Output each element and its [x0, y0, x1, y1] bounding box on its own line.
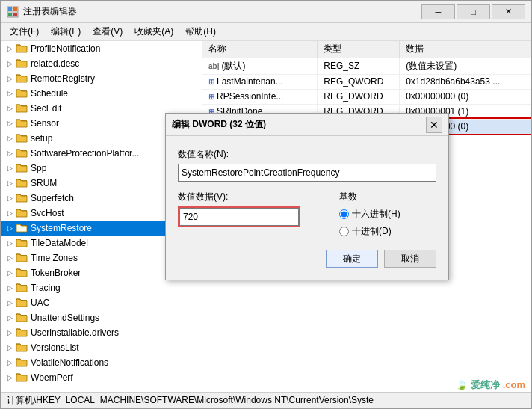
close-button[interactable]: ✕	[492, 4, 525, 19]
tree-item[interactable]: ▷RemoteRegistry	[1, 71, 202, 86]
folder-icon	[16, 147, 28, 160]
tree-item[interactable]: ▷related.desc	[1, 56, 202, 71]
dialog-title-text: 编辑 DWORD (32 位值)	[172, 118, 266, 131]
tree-item[interactable]: ▷UAC	[1, 295, 202, 310]
radio-hex[interactable]	[339, 209, 349, 219]
cancel-button[interactable]: 取消	[384, 250, 436, 268]
expand-icon: ▷	[4, 282, 16, 294]
tree-item[interactable]: ▷UnattendSettings	[1, 310, 202, 325]
tree-item-label: Spp	[31, 163, 46, 173]
folder-icon	[16, 327, 28, 339]
tree-item[interactable]: ▷Schedule	[1, 86, 202, 101]
table-row[interactable]: ab|(默认)REG_SZ(数值未设置)	[202, 58, 531, 74]
ok-button[interactable]: 确定	[326, 250, 378, 268]
expand-icon: ▷	[4, 177, 16, 189]
tree-item-label: Sensor	[31, 118, 59, 129]
minimize-button[interactable]: ─	[421, 4, 455, 19]
folder-icon	[16, 102, 28, 115]
tree-item[interactable]: ▷WbemPerf	[1, 370, 202, 385]
radio-dec[interactable]	[339, 227, 349, 236]
tree-item-label: Userinstallable.drivers	[31, 327, 119, 338]
menu-edit[interactable]: 编辑(E)	[45, 24, 87, 40]
folder-icon	[16, 297, 28, 310]
tree-item-label: ProfileNotification	[31, 43, 100, 54]
menu-file[interactable]: 文件(F)	[4, 24, 45, 40]
cell-data: 0x1d28db6a6b43a53 ...	[400, 74, 531, 89]
menu-help[interactable]: 帮助(H)	[179, 24, 222, 40]
dialog-close-button[interactable]: ✕	[426, 117, 442, 133]
tree-item-label: TokenBroker	[31, 268, 81, 278]
watermark: 🍃 爱纯净 .com	[456, 378, 525, 392]
tree-item[interactable]: ▷VersionsList	[1, 340, 202, 355]
menu-bar: 文件(F) 编辑(E) 查看(V) 收藏夹(A) 帮助(H)	[1, 23, 531, 41]
expand-icon: ▷	[4, 147, 16, 159]
value-input-highlight	[178, 206, 300, 227]
watermark-icon: 🍃	[456, 379, 468, 390]
folder-icon	[16, 132, 28, 145]
dialog-buttons: 确定 取消	[178, 250, 436, 268]
title-buttons: ─ □ ✕	[421, 4, 525, 19]
tree-item[interactable]: ▷Tracing	[1, 280, 202, 295]
table-header-row: 名称 类型 数据	[202, 41, 531, 58]
table-row[interactable]: ⊞LastMaintenan...REG_QWORD0x1d28db6a6b43…	[202, 74, 531, 89]
expand-icon: ▷	[4, 192, 16, 204]
expand-icon: ▷	[4, 252, 16, 264]
tree-item-label: Schedule	[31, 88, 68, 99]
title-bar: 注册表编辑器 ─ □ ✕	[1, 1, 531, 23]
folder-icon	[16, 342, 28, 354]
cell-type: REG_QWORD	[318, 74, 400, 89]
tree-item-label: related.desc	[31, 58, 79, 69]
tree-item-label: SecEdit	[31, 103, 61, 114]
dialog-bottom-row: 数值数据(V): 基数 十六进制(H) 十进制(D)	[178, 191, 436, 238]
svg-rect-3	[8, 13, 12, 16]
expand-icon: ▷	[4, 327, 16, 339]
expand-icon: ▷	[4, 43, 16, 55]
folder-icon	[16, 192, 28, 205]
data-field-label: 数值数据(V):	[178, 191, 330, 203]
expand-icon: ▷	[4, 357, 16, 369]
radio-group: 十六进制(H) 十进制(D)	[339, 208, 436, 238]
tree-item[interactable]: ▷Userinstallable.drivers	[1, 325, 202, 340]
folder-icon	[16, 357, 28, 369]
tree-item-label: TileDataModel	[31, 238, 88, 248]
tree-item-label: SystemRestore	[31, 223, 92, 233]
cell-data: (数值未设置)	[400, 58, 531, 74]
table-row[interactable]: ⊞RPSessionInte...REG_DWORD0x00000000 (0)	[202, 89, 531, 104]
cell-data: 0x00000000 (0)	[400, 89, 531, 104]
expand-icon: ▷	[4, 312, 16, 324]
folder-icon	[16, 117, 28, 130]
menu-favorites[interactable]: 收藏夹(A)	[129, 24, 179, 40]
cell-name: ab|(默认)	[202, 58, 318, 74]
radio-hex-label[interactable]: 十六进制(H)	[339, 208, 436, 221]
edit-dword-dialog: 编辑 DWORD (32 位值) ✕ 数值名称(N): 数值数据(V): 基数	[165, 113, 449, 280]
tree-item-label: Superfetch	[31, 193, 74, 203]
tree-item-label: setup	[31, 133, 52, 144]
value-section: 数值数据(V):	[178, 191, 330, 227]
status-text: 计算机\HKEY_LOCAL_MACHINE\SOFTWARE\Microsof…	[7, 394, 374, 407]
cell-name: ⊞RPSessionInte...	[202, 89, 318, 104]
expand-icon: ▷	[4, 207, 16, 219]
cell-type: REG_SZ	[318, 58, 400, 74]
cell-type: REG_DWORD	[318, 89, 400, 104]
tree-item[interactable]: ▷ProfileNotification	[1, 41, 202, 56]
expand-icon: ▷	[4, 87, 16, 99]
name-field-input[interactable]	[178, 164, 436, 182]
folder-icon	[16, 177, 28, 190]
watermark-suffix: .com	[503, 379, 525, 390]
menu-view[interactable]: 查看(V)	[87, 24, 129, 40]
col-type: 类型	[318, 41, 400, 58]
expand-icon: ▷	[4, 73, 16, 84]
maximize-button[interactable]: □	[457, 4, 490, 19]
svg-rect-1	[8, 7, 12, 11]
tree-item-label: VolatileNotifications	[31, 357, 108, 368]
data-field-input[interactable]	[179, 208, 299, 226]
radio-hex-label-text: 十六进制(H)	[352, 208, 400, 221]
expand-icon: ▷	[4, 372, 16, 384]
expand-icon: ▷	[4, 297, 16, 309]
folder-icon	[16, 267, 28, 280]
tree-item[interactable]: ▷VolatileNotifications	[1, 355, 202, 370]
svg-rect-2	[13, 7, 17, 11]
window-title: 注册表编辑器	[23, 5, 77, 18]
radio-dec-label[interactable]: 十进制(D)	[339, 225, 436, 238]
radio-dec-label-text: 十进制(D)	[352, 225, 392, 238]
